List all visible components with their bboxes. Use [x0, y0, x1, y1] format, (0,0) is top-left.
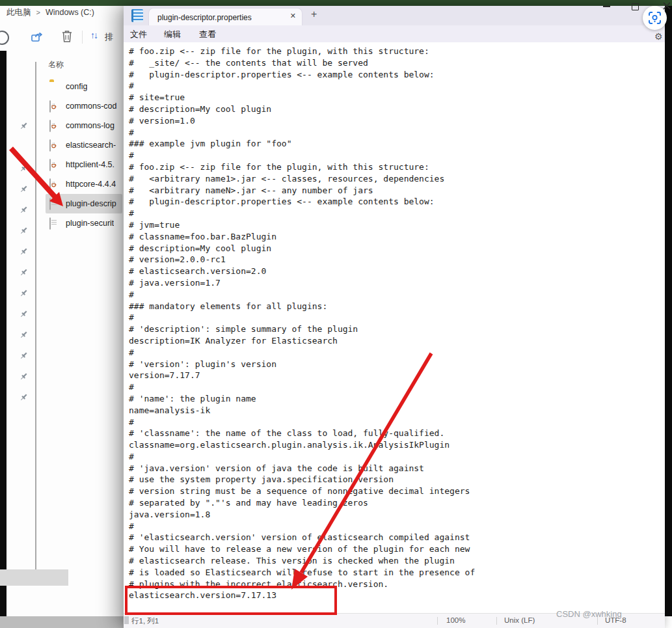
breadcrumb[interactable]: 此电脑>Windows (C:) — [7, 7, 100, 18]
jar-file-icon — [49, 139, 51, 152]
menu-view[interactable]: 查看 — [199, 29, 216, 40]
file-row-plugin-security[interactable]: plugin-securit — [46, 213, 122, 233]
pin-icon — [20, 164, 28, 172]
pin-icon — [20, 289, 28, 297]
minimize-button[interactable] — [603, 6, 610, 7]
file-row-elasticsearch[interactable]: elasticsearch- — [46, 135, 122, 155]
close-button[interactable] — [662, 1, 671, 10]
pin-icon — [20, 310, 28, 318]
statusbar-divider — [496, 617, 497, 625]
toolbar-divider — [82, 31, 83, 44]
desktop-top-strip — [0, 0, 672, 6]
new-tab-button[interactable]: + — [311, 8, 317, 20]
jar-file-icon — [49, 159, 51, 171]
pin-icon — [20, 372, 28, 381]
editor-text[interactable]: # foo.zip <-- zip file for the plugin, w… — [124, 42, 665, 601]
breadcrumb-drive-c[interactable]: Windows (C:) — [46, 8, 94, 17]
maximize-button[interactable] — [632, 3, 639, 10]
notepad-menubar: 文件 编辑 查看 — [124, 25, 665, 42]
file-row-commons-codec[interactable]: commons-cod — [46, 96, 122, 116]
jar-file-icon — [49, 100, 51, 113]
pin-icon — [20, 122, 28, 130]
watermark: CSDN @xwhking — [556, 609, 622, 619]
text-file-icon — [49, 198, 51, 210]
explorer-bottom-item — [0, 569, 68, 586]
screen-capture-button[interactable] — [643, 6, 667, 30]
pin-icon — [20, 247, 28, 256]
share-icon[interactable] — [30, 30, 44, 44]
screenshot-root: { "desktop": { "top_strip_color": "#2f4f… — [0, 0, 672, 628]
breadcrumb-separator-icon: > — [36, 8, 40, 16]
settings-gear-icon[interactable]: ⚙ — [654, 31, 663, 42]
desktop-left-edge — [0, 51, 7, 616]
cursor-position: 行1, 列1 — [131, 616, 159, 626]
jar-file-icon — [49, 178, 51, 191]
file-row-plugin-descriptor[interactable]: plugin-descrip — [46, 194, 122, 213]
menu-edit[interactable]: 编辑 — [164, 29, 181, 40]
column-header-name[interactable]: 名称 — [48, 59, 64, 70]
pin-icon — [20, 226, 28, 235]
tab-title: plugin-descriptor.properties — [157, 13, 252, 22]
pin-icon — [20, 351, 28, 360]
file-row-commons-logging[interactable]: commons-log — [46, 116, 122, 135]
notepad-window: plugin-descriptor.properties ✕ + 文件 编辑 查… — [124, 6, 665, 628]
jar-file-icon — [49, 120, 51, 132]
explorer-status-strip — [0, 616, 124, 628]
text-file-icon — [49, 217, 51, 230]
tab-close-icon[interactable]: ✕ — [290, 12, 296, 20]
pin-icon — [20, 393, 28, 402]
line-ending[interactable]: Unix (LF) — [504, 616, 535, 624]
delete-icon[interactable] — [60, 29, 74, 44]
file-row-httpcore[interactable]: httpcore-4.4.4 — [46, 174, 122, 194]
editor-area[interactable]: # foo.zip <-- zip file for the plugin, w… — [124, 42, 665, 613]
capture-icon — [649, 12, 661, 24]
notepad-titlebar[interactable]: plugin-descriptor.properties ✕ + — [124, 6, 665, 25]
sort-icon[interactable]: ↑↓ — [90, 30, 97, 40]
nav-pane-divider[interactable] — [35, 62, 36, 576]
statusbar-divider — [437, 617, 438, 625]
file-row-httpclient[interactable]: httpclient-4.5. — [46, 155, 122, 174]
notepad-app-icon — [131, 9, 143, 22]
zoom-level[interactable]: 100% — [446, 616, 465, 624]
desktop-right-edge — [665, 6, 672, 616]
pin-icon — [20, 268, 28, 277]
pin-icon — [20, 185, 28, 193]
statusbar-corner — [124, 616, 129, 624]
sort-button-label[interactable]: 排 — [105, 31, 113, 43]
tab-plugin-descriptor[interactable]: plugin-descriptor.properties ✕ — [148, 8, 302, 26]
breadcrumb-this-pc[interactable]: 此电脑 — [7, 8, 31, 17]
pin-icon — [20, 206, 28, 214]
menu-file[interactable]: 文件 — [130, 29, 147, 40]
pin-icon — [20, 331, 28, 339]
file-row-config[interactable]: config — [46, 77, 122, 96]
